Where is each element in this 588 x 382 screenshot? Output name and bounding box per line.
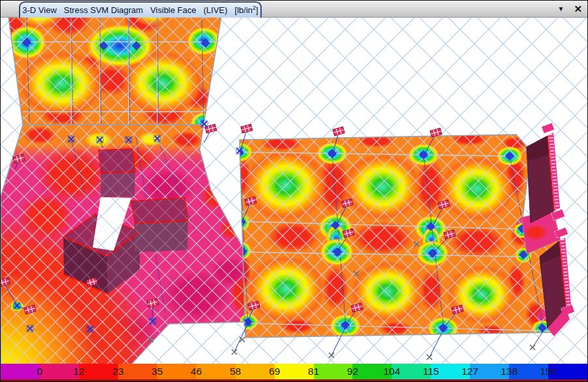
legend-segment [1, 364, 40, 379]
legend-segment [431, 364, 470, 379]
tab-face-mode: Visible Face [150, 5, 196, 15]
scene-3d-view[interactable] [1, 17, 588, 365]
legend-bar [1, 364, 587, 379]
tab-diagram-name: Stress SVM Diagram [64, 5, 143, 15]
legend-segment [352, 364, 392, 379]
legend-segment [157, 364, 196, 379]
legend-segment [275, 364, 314, 379]
legend-segment [79, 364, 118, 379]
legend-baseline [1, 379, 587, 381]
tab-load-case: (LIVE) [204, 5, 228, 15]
app-window: 3-D View Stress SVM Diagram Visible Face… [0, 0, 588, 382]
window-controls: ▼ ✕ [558, 1, 582, 17]
dropdown-button[interactable]: ▼ [558, 6, 565, 12]
legend-segment [314, 364, 353, 379]
tab-units: [lb/in2] [235, 5, 258, 15]
slab-right[interactable] [226, 131, 568, 340]
slab-upper-left[interactable] [1, 17, 229, 132]
legend-segment [548, 364, 587, 379]
close-button[interactable]: ✕ [574, 4, 582, 14]
legend-segment [509, 364, 548, 379]
legend-segment [392, 364, 431, 379]
legend-segment [118, 364, 157, 379]
legend-segment [196, 364, 236, 379]
legend-segment [470, 364, 509, 379]
titlebar: 3-D View Stress SVM Diagram Visible Face… [1, 1, 587, 18]
legend-segment [40, 364, 79, 379]
legend-segment [236, 364, 275, 379]
view-tab[interactable]: 3-D View Stress SVM Diagram Visible Face… [19, 1, 262, 18]
tab-view-name: 3-D View [22, 5, 57, 15]
stress-contour-legend: 01223354658698192104115127138150 [1, 364, 587, 381]
